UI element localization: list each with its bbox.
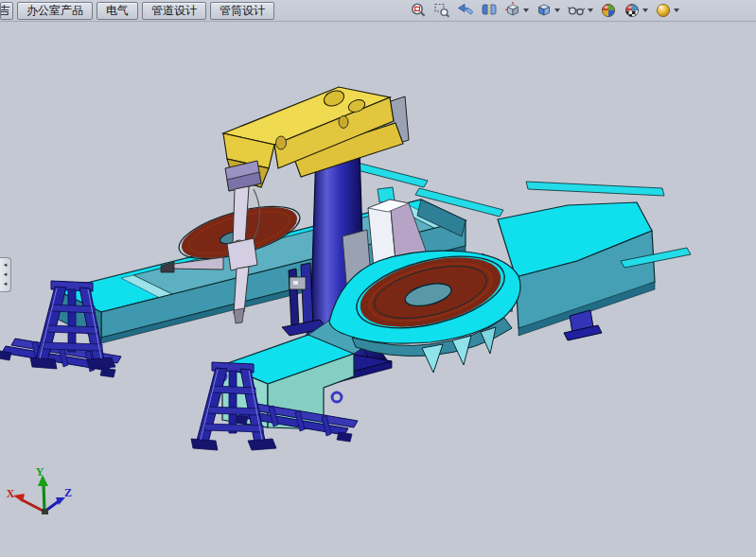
tab-office-products[interactable]: 办公室产品 [17, 2, 93, 20]
hide-show-items-icon[interactable] [566, 0, 594, 21]
axis-z-label: Z [64, 486, 72, 499]
view-orientation-dropdown[interactable] [523, 9, 529, 12]
feature-panel-collapse-handle[interactable]: ◂ ◂ ◂ [0, 257, 11, 292]
collapse-arrow-icon: ◂ [4, 270, 8, 279]
zoom-to-fit-icon[interactable] [409, 0, 428, 21]
tab-tubing-design[interactable]: 管筒设计 [210, 2, 274, 20]
command-manager-bar: 吉 办公室产品 电气 管道设计 管筒设计 [0, 0, 756, 22]
previous-view-icon[interactable] [456, 0, 475, 21]
apply-scene-icon[interactable] [623, 0, 649, 21]
section-view-icon[interactable] [480, 0, 499, 21]
axis-y-label: Y [36, 465, 44, 479]
display-style-dropdown[interactable] [554, 9, 560, 12]
view-settings-dropdown[interactable] [674, 9, 679, 12]
edit-appearance-icon[interactable] [599, 0, 618, 21]
command-manager-tabs: 吉 办公室产品 电气 管道设计 管筒设计 [0, 0, 274, 22]
axis-x-label: X [7, 487, 15, 500]
hide-show-items-dropdown[interactable] [588, 9, 593, 12]
tab-piping-design[interactable]: 管道设计 [142, 2, 206, 20]
display-style-icon[interactable] [535, 0, 561, 21]
view-orientation-icon[interactable] [503, 0, 530, 21]
tab-electrical[interactable]: 电气 [97, 2, 138, 20]
view-settings-icon[interactable] [654, 0, 680, 21]
graphics-viewport[interactable]: X Y Z [0, 0, 756, 557]
zoom-to-area-icon[interactable] [432, 0, 451, 21]
collapse-arrow-icon: ◂ [4, 261, 8, 270]
apply-scene-dropdown[interactable] [642, 9, 648, 12]
tab-partial[interactable]: 吉 [0, 2, 13, 20]
cad-application-window: { "tab_bar": { "partial_tab_label": "吉",… [0, 0, 756, 557]
collapse-arrow-icon: ◂ [4, 280, 8, 288]
heads-up-view-toolbar [409, 0, 680, 21]
